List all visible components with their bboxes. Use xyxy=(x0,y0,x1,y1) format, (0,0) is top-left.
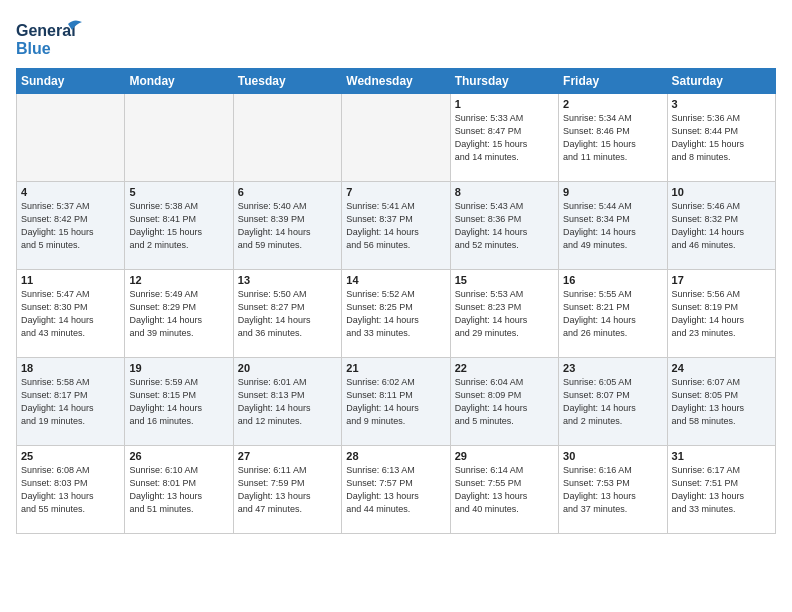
day-cell: 28Sunrise: 6:13 AM Sunset: 7:57 PM Dayli… xyxy=(342,446,450,534)
day-info: Sunrise: 5:34 AM Sunset: 8:46 PM Dayligh… xyxy=(563,112,662,164)
day-cell: 27Sunrise: 6:11 AM Sunset: 7:59 PM Dayli… xyxy=(233,446,341,534)
day-info: Sunrise: 5:49 AM Sunset: 8:29 PM Dayligh… xyxy=(129,288,228,340)
col-header-thursday: Thursday xyxy=(450,69,558,94)
day-cell xyxy=(125,94,233,182)
week-row-4: 18Sunrise: 5:58 AM Sunset: 8:17 PM Dayli… xyxy=(17,358,776,446)
day-info: Sunrise: 5:53 AM Sunset: 8:23 PM Dayligh… xyxy=(455,288,554,340)
page-header: GeneralBlue xyxy=(16,16,776,60)
day-number: 26 xyxy=(129,450,228,462)
day-number: 19 xyxy=(129,362,228,374)
day-info: Sunrise: 5:44 AM Sunset: 8:34 PM Dayligh… xyxy=(563,200,662,252)
day-cell: 21Sunrise: 6:02 AM Sunset: 8:11 PM Dayli… xyxy=(342,358,450,446)
day-info: Sunrise: 5:59 AM Sunset: 8:15 PM Dayligh… xyxy=(129,376,228,428)
day-number: 22 xyxy=(455,362,554,374)
day-info: Sunrise: 5:40 AM Sunset: 8:39 PM Dayligh… xyxy=(238,200,337,252)
day-number: 27 xyxy=(238,450,337,462)
week-row-3: 11Sunrise: 5:47 AM Sunset: 8:30 PM Dayli… xyxy=(17,270,776,358)
day-number: 15 xyxy=(455,274,554,286)
logo: GeneralBlue xyxy=(16,16,86,60)
day-info: Sunrise: 5:58 AM Sunset: 8:17 PM Dayligh… xyxy=(21,376,120,428)
day-cell: 15Sunrise: 5:53 AM Sunset: 8:23 PM Dayli… xyxy=(450,270,558,358)
day-cell: 9Sunrise: 5:44 AM Sunset: 8:34 PM Daylig… xyxy=(559,182,667,270)
day-number: 9 xyxy=(563,186,662,198)
day-cell: 31Sunrise: 6:17 AM Sunset: 7:51 PM Dayli… xyxy=(667,446,775,534)
day-info: Sunrise: 5:38 AM Sunset: 8:41 PM Dayligh… xyxy=(129,200,228,252)
day-cell: 23Sunrise: 6:05 AM Sunset: 8:07 PM Dayli… xyxy=(559,358,667,446)
day-number: 25 xyxy=(21,450,120,462)
day-info: Sunrise: 6:05 AM Sunset: 8:07 PM Dayligh… xyxy=(563,376,662,428)
day-number: 16 xyxy=(563,274,662,286)
day-info: Sunrise: 6:10 AM Sunset: 8:01 PM Dayligh… xyxy=(129,464,228,516)
day-number: 29 xyxy=(455,450,554,462)
day-cell: 7Sunrise: 5:41 AM Sunset: 8:37 PM Daylig… xyxy=(342,182,450,270)
day-number: 1 xyxy=(455,98,554,110)
day-number: 5 xyxy=(129,186,228,198)
day-cell: 18Sunrise: 5:58 AM Sunset: 8:17 PM Dayli… xyxy=(17,358,125,446)
col-header-monday: Monday xyxy=(125,69,233,94)
day-cell: 30Sunrise: 6:16 AM Sunset: 7:53 PM Dayli… xyxy=(559,446,667,534)
day-number: 2 xyxy=(563,98,662,110)
day-number: 4 xyxy=(21,186,120,198)
svg-text:General: General xyxy=(16,22,76,39)
day-cell: 6Sunrise: 5:40 AM Sunset: 8:39 PM Daylig… xyxy=(233,182,341,270)
day-info: Sunrise: 5:55 AM Sunset: 8:21 PM Dayligh… xyxy=(563,288,662,340)
col-header-sunday: Sunday xyxy=(17,69,125,94)
day-info: Sunrise: 5:41 AM Sunset: 8:37 PM Dayligh… xyxy=(346,200,445,252)
logo-svg: GeneralBlue xyxy=(16,16,86,60)
col-header-tuesday: Tuesday xyxy=(233,69,341,94)
day-cell: 3Sunrise: 5:36 AM Sunset: 8:44 PM Daylig… xyxy=(667,94,775,182)
day-info: Sunrise: 5:46 AM Sunset: 8:32 PM Dayligh… xyxy=(672,200,771,252)
day-info: Sunrise: 5:36 AM Sunset: 8:44 PM Dayligh… xyxy=(672,112,771,164)
day-cell xyxy=(17,94,125,182)
day-number: 8 xyxy=(455,186,554,198)
day-cell: 10Sunrise: 5:46 AM Sunset: 8:32 PM Dayli… xyxy=(667,182,775,270)
day-number: 3 xyxy=(672,98,771,110)
day-number: 7 xyxy=(346,186,445,198)
day-cell: 29Sunrise: 6:14 AM Sunset: 7:55 PM Dayli… xyxy=(450,446,558,534)
week-row-2: 4Sunrise: 5:37 AM Sunset: 8:42 PM Daylig… xyxy=(17,182,776,270)
day-number: 18 xyxy=(21,362,120,374)
day-number: 20 xyxy=(238,362,337,374)
day-info: Sunrise: 6:02 AM Sunset: 8:11 PM Dayligh… xyxy=(346,376,445,428)
day-cell: 24Sunrise: 6:07 AM Sunset: 8:05 PM Dayli… xyxy=(667,358,775,446)
day-info: Sunrise: 6:04 AM Sunset: 8:09 PM Dayligh… xyxy=(455,376,554,428)
day-info: Sunrise: 6:16 AM Sunset: 7:53 PM Dayligh… xyxy=(563,464,662,516)
calendar-table: SundayMondayTuesdayWednesdayThursdayFrid… xyxy=(16,68,776,534)
day-cell: 26Sunrise: 6:10 AM Sunset: 8:01 PM Dayli… xyxy=(125,446,233,534)
day-number: 30 xyxy=(563,450,662,462)
day-number: 6 xyxy=(238,186,337,198)
day-cell xyxy=(233,94,341,182)
day-cell: 4Sunrise: 5:37 AM Sunset: 8:42 PM Daylig… xyxy=(17,182,125,270)
day-info: Sunrise: 5:37 AM Sunset: 8:42 PM Dayligh… xyxy=(21,200,120,252)
day-info: Sunrise: 5:47 AM Sunset: 8:30 PM Dayligh… xyxy=(21,288,120,340)
day-number: 21 xyxy=(346,362,445,374)
day-number: 24 xyxy=(672,362,771,374)
day-cell: 19Sunrise: 5:59 AM Sunset: 8:15 PM Dayli… xyxy=(125,358,233,446)
day-info: Sunrise: 5:43 AM Sunset: 8:36 PM Dayligh… xyxy=(455,200,554,252)
day-info: Sunrise: 6:13 AM Sunset: 7:57 PM Dayligh… xyxy=(346,464,445,516)
day-number: 10 xyxy=(672,186,771,198)
day-info: Sunrise: 6:01 AM Sunset: 8:13 PM Dayligh… xyxy=(238,376,337,428)
day-cell: 20Sunrise: 6:01 AM Sunset: 8:13 PM Dayli… xyxy=(233,358,341,446)
day-cell: 14Sunrise: 5:52 AM Sunset: 8:25 PM Dayli… xyxy=(342,270,450,358)
day-cell: 11Sunrise: 5:47 AM Sunset: 8:30 PM Dayli… xyxy=(17,270,125,358)
day-info: Sunrise: 6:11 AM Sunset: 7:59 PM Dayligh… xyxy=(238,464,337,516)
day-number: 23 xyxy=(563,362,662,374)
day-number: 31 xyxy=(672,450,771,462)
col-header-wednesday: Wednesday xyxy=(342,69,450,94)
day-cell: 17Sunrise: 5:56 AM Sunset: 8:19 PM Dayli… xyxy=(667,270,775,358)
col-header-saturday: Saturday xyxy=(667,69,775,94)
day-number: 14 xyxy=(346,274,445,286)
day-number: 12 xyxy=(129,274,228,286)
day-number: 28 xyxy=(346,450,445,462)
day-info: Sunrise: 5:33 AM Sunset: 8:47 PM Dayligh… xyxy=(455,112,554,164)
day-cell: 1Sunrise: 5:33 AM Sunset: 8:47 PM Daylig… xyxy=(450,94,558,182)
day-number: 11 xyxy=(21,274,120,286)
day-cell: 2Sunrise: 5:34 AM Sunset: 8:46 PM Daylig… xyxy=(559,94,667,182)
day-cell: 12Sunrise: 5:49 AM Sunset: 8:29 PM Dayli… xyxy=(125,270,233,358)
day-info: Sunrise: 6:14 AM Sunset: 7:55 PM Dayligh… xyxy=(455,464,554,516)
header-row: SundayMondayTuesdayWednesdayThursdayFrid… xyxy=(17,69,776,94)
day-cell: 13Sunrise: 5:50 AM Sunset: 8:27 PM Dayli… xyxy=(233,270,341,358)
day-cell: 25Sunrise: 6:08 AM Sunset: 8:03 PM Dayli… xyxy=(17,446,125,534)
day-info: Sunrise: 6:17 AM Sunset: 7:51 PM Dayligh… xyxy=(672,464,771,516)
